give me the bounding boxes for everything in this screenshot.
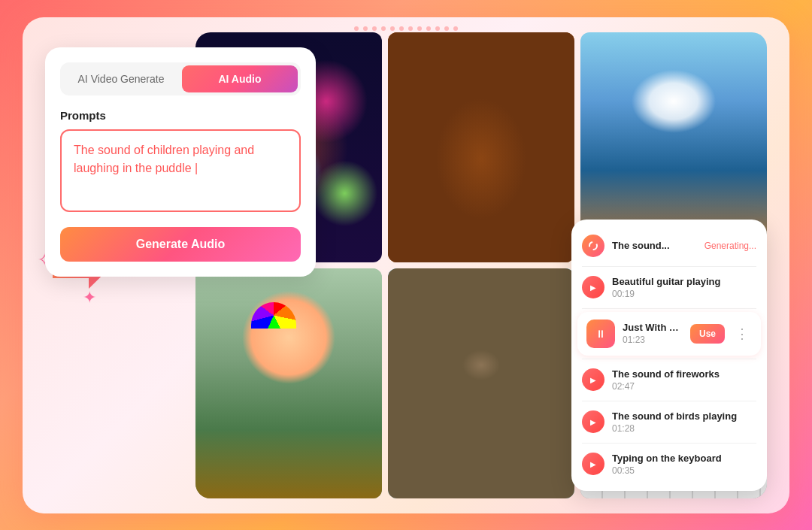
audio-duration-fireworks: 02:47 bbox=[612, 381, 756, 392]
audio-info-birds: The sound of birds playing 01:28 bbox=[612, 410, 756, 434]
image-bird bbox=[388, 268, 574, 498]
divider-1 bbox=[582, 266, 756, 267]
audio-title-generating: The sound... bbox=[612, 240, 697, 251]
left-panel: AI Video Generate AI Audio Prompts The s… bbox=[45, 47, 316, 277]
audio-item-fireworks[interactable]: ▶ The sound of fireworks 02:47 bbox=[571, 362, 767, 398]
audio-info-fireworks: The sound of fireworks 02:47 bbox=[612, 368, 756, 392]
play-button-keyboard[interactable]: ▶ bbox=[582, 453, 604, 475]
audio-item-birds[interactable]: ▶ The sound of birds playing 01:28 bbox=[571, 404, 767, 440]
audio-item-active: ⏸ Just With You vo... 01:23 Use ⋮ bbox=[577, 312, 761, 356]
top-dots bbox=[354, 26, 458, 31]
divider-2 bbox=[582, 308, 756, 309]
audio-item-keyboard[interactable]: ▶ Typing on the keyboard 00:35 bbox=[571, 447, 767, 482]
audio-panel: The sound... Generating... ▶ Beautiful g… bbox=[571, 220, 767, 491]
prompts-label: Prompts bbox=[60, 109, 301, 122]
audio-duration-keyboard: 00:35 bbox=[612, 465, 756, 476]
more-options-button[interactable]: ⋮ bbox=[732, 326, 752, 342]
track-thumbnail: ⏸ bbox=[586, 320, 615, 348]
divider-4 bbox=[582, 401, 756, 401]
audio-info-generating: The sound... bbox=[612, 240, 697, 251]
generate-audio-button[interactable]: Generate Audio bbox=[60, 227, 301, 262]
audio-info-guitar: Beautiful guitar playing 00:19 bbox=[612, 276, 756, 299]
content-area: AI Video Generate AI Audio Prompts The s… bbox=[45, 32, 767, 498]
audio-title-fireworks: The sound of fireworks bbox=[612, 368, 756, 380]
audio-info-active: Just With You vo... 01:23 bbox=[623, 322, 683, 345]
play-button-guitar[interactable]: ▶ bbox=[582, 276, 604, 298]
use-button[interactable]: Use bbox=[690, 324, 725, 344]
image-guitar bbox=[388, 32, 574, 262]
svg-point-0 bbox=[589, 242, 597, 250]
audio-item-generating: The sound... Generating... bbox=[571, 229, 767, 263]
tab-video[interactable]: AI Video Generate bbox=[63, 65, 179, 92]
audio-title-keyboard: Typing on the keyboard bbox=[612, 453, 756, 464]
audio-item-guitar[interactable]: ▶ Beautiful guitar playing 00:19 bbox=[571, 270, 767, 305]
divider-3 bbox=[582, 359, 756, 359]
audio-title-birds: The sound of birds playing bbox=[612, 410, 756, 422]
image-child-umbrella bbox=[195, 268, 382, 498]
divider-5 bbox=[582, 443, 756, 444]
audio-title-guitar: Beautiful guitar playing bbox=[612, 276, 756, 287]
audio-title-active: Just With You vo... bbox=[623, 322, 683, 333]
audio-duration-active: 01:23 bbox=[623, 335, 683, 345]
tab-audio[interactable]: AI Audio bbox=[182, 65, 298, 92]
main-container: ✦ ✧ ✦ bbox=[23, 17, 789, 513]
audio-info-keyboard: Typing on the keyboard 00:35 bbox=[612, 453, 756, 476]
pause-icon: ⏸ bbox=[595, 328, 606, 340]
tab-bar: AI Video Generate AI Audio bbox=[60, 62, 301, 95]
prompt-textarea[interactable]: The sound of children playing and laughi… bbox=[60, 129, 301, 212]
audio-duration-guitar: 00:19 bbox=[612, 289, 756, 299]
play-button-fireworks[interactable]: ▶ bbox=[582, 368, 604, 391]
generating-icon bbox=[582, 235, 604, 257]
play-button-birds[interactable]: ▶ bbox=[582, 410, 604, 433]
generating-status: Generating... bbox=[704, 241, 756, 251]
audio-duration-birds: 01:28 bbox=[612, 423, 756, 434]
